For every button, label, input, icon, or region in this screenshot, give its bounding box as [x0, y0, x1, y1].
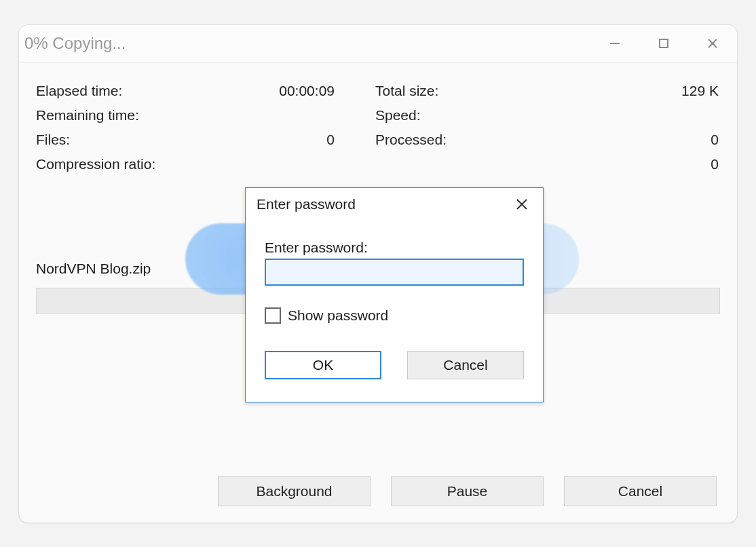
- pause-button[interactable]: Pause: [391, 476, 544, 506]
- minimize-button[interactable]: [590, 24, 639, 62]
- titlebar: 0% Copying...: [19, 25, 737, 62]
- show-password-label: Show password: [288, 307, 388, 324]
- ratio-label: Compression ratio:: [36, 156, 192, 172]
- svg-rect-1: [660, 39, 668, 48]
- close-button[interactable]: [688, 24, 737, 62]
- remaining-label: Remaining time:: [36, 107, 192, 124]
- processed-value: 0: [552, 132, 720, 148]
- fourth-right-value: 0: [552, 156, 720, 172]
- maximize-icon: [658, 37, 670, 50]
- ok-button[interactable]: OK: [265, 351, 381, 379]
- password-dialog: Enter password Enter password: Show pass…: [245, 187, 544, 402]
- background-button[interactable]: Background: [218, 476, 371, 506]
- elapsed-label: Elapsed time:: [36, 83, 192, 99]
- dialog-title-text: Enter password: [257, 196, 356, 212]
- speed-label: Speed:: [375, 107, 552, 124]
- elapsed-value: 00:00:09: [192, 83, 375, 99]
- files-value: 0: [192, 132, 375, 148]
- progress-window: 0% Copying... Elapsed time: 00:00:09 Tot…: [18, 24, 738, 523]
- bottom-button-row: Background Pause Cancel: [19, 476, 737, 506]
- window-controls: [590, 24, 737, 62]
- dialog-body: Enter password: Show password OK Cancel: [246, 221, 543, 379]
- processed-label: Processed:: [375, 132, 552, 148]
- password-input[interactable]: [265, 259, 524, 286]
- total-size-value: 129 K: [552, 83, 720, 99]
- dialog-cancel-button[interactable]: Cancel: [407, 351, 524, 379]
- dialog-button-row: OK Cancel: [265, 351, 524, 379]
- dialog-titlebar: Enter password: [246, 188, 543, 221]
- password-label: Enter password:: [265, 240, 524, 256]
- show-password-row: Show password: [265, 307, 524, 324]
- close-icon: [515, 197, 529, 211]
- window-title: 0% Copying...: [24, 34, 126, 53]
- close-icon: [706, 37, 719, 50]
- maximize-button[interactable]: [639, 24, 688, 62]
- dialog-close-button[interactable]: [509, 191, 535, 217]
- show-password-checkbox[interactable]: [265, 307, 281, 324]
- stats-grid: Elapsed time: 00:00:09 Total size: 129 K…: [36, 83, 720, 172]
- files-label: Files:: [36, 132, 192, 148]
- minimize-icon: [608, 37, 622, 50]
- total-size-label: Total size:: [375, 83, 552, 99]
- cancel-button[interactable]: Cancel: [564, 476, 717, 506]
